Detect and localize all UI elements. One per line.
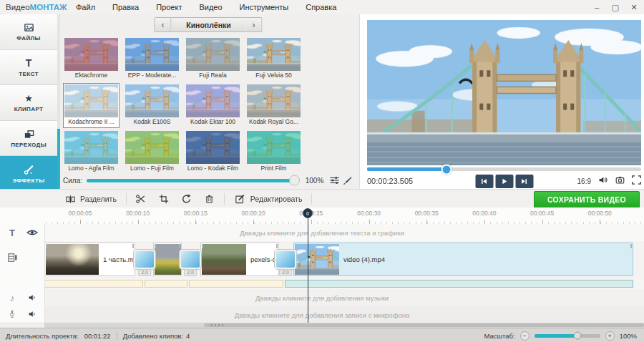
category-selector: ‹ Киноплёнки ›: [155, 17, 263, 32]
effect-tint-overlay: [64, 38, 118, 71]
playhead[interactable]: 0: [303, 208, 313, 218]
category-next-button[interactable]: ›: [246, 17, 263, 32]
transition-block[interactable]: [134, 250, 155, 269]
sidebar-item-files[interactable]: ФАЙЛЫ: [0, 14, 57, 50]
sidebar-item-transitions[interactable]: ПЕРЕХОДЫ: [0, 121, 57, 157]
clip-trim-handle[interactable]: [179, 244, 180, 248]
preview-seekbar[interactable]: [367, 167, 641, 171]
crop-icon[interactable]: [157, 194, 170, 204]
clip-trim-handle[interactable]: [630, 244, 632, 248]
timeline-ruler[interactable]: 00:00:0500:00:1000:00:1500:00:2000:00:25…: [0, 207, 644, 225]
close-button[interactable]: ✕: [630, 3, 638, 12]
cut-scissors-icon[interactable]: [135, 194, 147, 204]
clip-trim-handle[interactable]: [202, 244, 203, 248]
split-button[interactable]: Разделить: [57, 190, 123, 208]
voice-track-volume-icon[interactable]: [26, 308, 39, 321]
maximize-button[interactable]: ▢: [611, 3, 620, 12]
ruler-time-label: 00:00:20: [242, 210, 265, 217]
clip-untitled[interactable]: [153, 243, 182, 276]
clip-pexels-c-t[interactable]: pexels-c-t...: [200, 243, 279, 276]
previous-frame-button[interactable]: [475, 175, 493, 188]
zoom-out-button[interactable]: −: [520, 331, 530, 341]
clip-trim-handle[interactable]: [155, 244, 156, 248]
effect-item-fuji-velvia-50[interactable]: Fuji Velvia 50: [245, 36, 302, 82]
sidebar-item-clipart-label: КЛИПАРТ: [14, 106, 44, 112]
snapshot-camera-icon[interactable]: [615, 175, 625, 187]
timeline-scrollbar-thumb[interactable]: [204, 323, 644, 327]
effect-item-kodachrome-ii[interactable]: Kodachrome II ...: [63, 83, 119, 128]
transition-block[interactable]: [275, 250, 296, 269]
brush-icon[interactable]: [341, 175, 355, 185]
effect-item-kodak-ektar-100[interactable]: Kodak Ektar 100: [185, 83, 241, 128]
zoom-slider-handle[interactable]: [574, 332, 582, 340]
minimize-button[interactable]: –: [592, 3, 601, 12]
voice-track-hint: Дважды кликните для добавления записи с …: [0, 311, 644, 318]
effect-item-ektachrome[interactable]: Ektachrome: [63, 36, 119, 82]
voice-track[interactable]: Дважды кликните для добавления записи с …: [0, 306, 644, 323]
effects-scrollbar-thumb[interactable]: [57, 129, 60, 192]
strength-slider-handle[interactable]: [289, 175, 300, 186]
aspect-ratio-label[interactable]: 16:9: [577, 177, 591, 185]
clip-trim-handle[interactable]: [276, 244, 278, 248]
video-preview[interactable]: [367, 20, 641, 165]
play-button[interactable]: [495, 175, 513, 188]
menu-item-file[interactable]: Файл: [67, 3, 104, 11]
effect-item-lomo-kodak-film[interactable]: Lomo - Kodak Film: [185, 130, 241, 175]
clip-audio-segment[interactable]: [44, 280, 143, 288]
effect-item-epp-moderate[interactable]: EPP - Moderate...: [124, 36, 180, 82]
menu-item-video[interactable]: Видео: [190, 3, 230, 11]
fullscreen-icon[interactable]: [632, 175, 641, 187]
menu-item-edit[interactable]: Правка: [104, 3, 147, 11]
video-track[interactable]: 1 часть.mp4pexels-c-t...: [0, 241, 644, 280]
effect-item-lomo-fuji-film[interactable]: Lomo - Fuji Film: [124, 130, 180, 175]
clip-audio-segment[interactable]: [285, 280, 633, 288]
save-video-button[interactable]: СОХРАНИТЬ ВИДЕО: [534, 191, 640, 208]
text-track[interactable]: Дважды кликните для добавления текста и …: [0, 224, 644, 242]
sidebar-item-text-label: ТЕКСТ: [19, 71, 38, 77]
sidebar-item-effects[interactable]: ЭФФЕКТЫ: [0, 156, 57, 192]
next-frame-button[interactable]: [515, 175, 533, 188]
strength-slider[interactable]: [87, 179, 296, 182]
zoom-in-button[interactable]: +: [605, 331, 615, 341]
text-track-visibility-eye-icon[interactable]: [26, 226, 39, 239]
clip-audio-segment[interactable]: [189, 280, 283, 288]
clip-video-4-mp4[interactable]: video (4).mp4: [293, 243, 633, 276]
effects-scrollbar-track[interactable]: [57, 14, 60, 192]
clip-trim-handle[interactable]: [46, 244, 47, 248]
transition-block[interactable]: [180, 250, 201, 269]
menu-item-tools[interactable]: Инструменты: [231, 3, 298, 11]
timeline-scrollbar[interactable]: [44, 323, 644, 328]
clip-audio-strip[interactable]: [0, 279, 644, 290]
effect-tint-overlay: [186, 84, 240, 117]
effect-item-fuji-reala[interactable]: Fuji Reala: [185, 36, 241, 82]
effects-icon: [23, 164, 34, 175]
delete-trash-icon[interactable]: [203, 194, 216, 204]
zoom-slider[interactable]: [535, 334, 600, 338]
app-logo-prefix: Видео: [6, 3, 30, 11]
effect-item-lomo-agfa-film[interactable]: Lomo - Agfa Film: [63, 130, 119, 175]
effect-item-print-film[interactable]: Print Film: [245, 130, 302, 175]
clip-trim-handle[interactable]: [132, 244, 134, 248]
clip-audio-segment[interactable]: [145, 280, 187, 288]
volume-icon[interactable]: [597, 175, 608, 187]
adjust-sliders-icon[interactable]: [328, 175, 341, 185]
music-track-volume-icon[interactable]: [26, 291, 39, 304]
edit-button[interactable]: Редактировать: [228, 190, 309, 208]
effect-item-kodak-royal-go[interactable]: Kodak Royal Go...: [245, 83, 302, 128]
sidebar-item-text[interactable]: T ТЕКСТ: [0, 50, 57, 86]
effect-label: Lomo - Agfa Film: [64, 164, 118, 173]
category-prev-button[interactable]: ‹: [155, 17, 172, 32]
effect-tint-overlay: [186, 131, 240, 164]
project-duration-label: Длительность проекта:: [6, 332, 79, 340]
clip-1-часть-mp4[interactable]: 1 часть.mp4: [44, 243, 135, 276]
statusbar: Длительность проекта: 00:01:22 Добавлено…: [0, 328, 644, 342]
clip-trim-handle[interactable]: [295, 244, 296, 248]
toolbar-divider: [224, 193, 225, 205]
ruler-time-label: 00:00:40: [472, 210, 496, 217]
effect-item-kodak-e100s[interactable]: Kodak E100S: [124, 83, 180, 128]
menu-item-project[interactable]: Проект: [147, 3, 190, 11]
menu-item-help[interactable]: Справка: [297, 3, 345, 11]
music-track[interactable]: Дважды кликните для добавления музыки: [0, 289, 644, 307]
sidebar-item-clipart[interactable]: ★ КЛИПАРТ: [0, 85, 57, 121]
rotate-icon[interactable]: [180, 194, 193, 204]
